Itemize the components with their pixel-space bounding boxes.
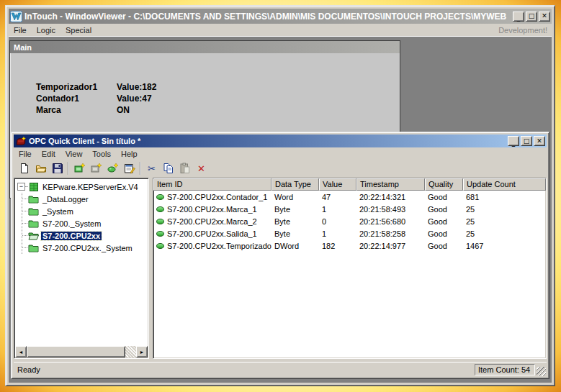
opc-menu-tools[interactable]: Tools	[87, 149, 116, 159]
copy-button[interactable]	[160, 160, 176, 176]
intouch-maximize-button[interactable]: □	[526, 12, 537, 22]
cut-icon: ✂	[148, 164, 156, 173]
tag-row: Contador1 Value:47	[36, 93, 400, 104]
tag-value-temporizador1: Value:182	[117, 82, 156, 92]
column-header-item-id[interactable]: Item ID	[153, 178, 271, 191]
intouch-titlebar[interactable]: InTouch - WindowViewer - C:\DOCUMENTS AN…	[9, 9, 552, 24]
tag-value-contador1: Value:47	[117, 94, 152, 104]
tag-row: Marca ON	[36, 104, 400, 116]
folder-icon	[28, 207, 39, 216]
table-row[interactable]: S7-200.CPU2xx.Temporizador_1 DWord 182 2…	[153, 240, 546, 252]
scrollbar-thumb[interactable]	[27, 346, 125, 357]
table-row[interactable]: S7-200.CPU2xx.Marca_2 Byte 0 20:21:56:68…	[153, 215, 546, 227]
save-button[interactable]	[49, 160, 66, 176]
tree-item-system[interactable]: _System	[22, 205, 148, 217]
scrollbar-track[interactable]	[125, 346, 136, 357]
tag-icon	[156, 206, 164, 212]
resize-grip[interactable]	[537, 367, 546, 376]
folder-icon	[28, 219, 39, 228]
opc-quick-client-window: OPC Quick Client - Sin título * _ □ ✕ Fi…	[11, 132, 549, 379]
tag-value-marca: ON	[117, 105, 130, 115]
tree-item-s7-200-system[interactable]: S7-200._System	[22, 217, 148, 229]
new-server-icon	[74, 163, 86, 174]
main-window-titlebar[interactable]: Main	[10, 41, 400, 53]
intouch-menu-logic[interactable]: Logic	[32, 25, 60, 35]
paste-icon	[179, 163, 191, 174]
opc-toolbar: ✂ ✕	[14, 160, 547, 177]
intouch-menubar: File Logic Special Development!	[9, 24, 552, 36]
intouch-minimize-button[interactable]: _	[513, 12, 524, 22]
status-message: Ready	[14, 365, 475, 374]
tree-collapse-toggle[interactable]: −	[17, 183, 25, 191]
opc-maximize-button[interactable]: □	[521, 136, 532, 146]
opc-minimize-button[interactable]: _	[508, 136, 519, 146]
delete-icon: ✕	[197, 164, 205, 173]
scroll-right-button[interactable]: ►	[136, 346, 148, 357]
tag-icon	[156, 219, 164, 224]
opc-statusbar: Ready Item Count: 54	[14, 362, 547, 376]
new-group-icon	[91, 163, 102, 174]
opc-window-title: OPC Quick Client - Sin título *	[29, 137, 505, 145]
open-button[interactable]	[32, 160, 49, 176]
opc-menu-file[interactable]: File	[14, 149, 37, 159]
table-row[interactable]: S7-200.CPU2xx.Contador_1 Word 47 20:22:1…	[153, 191, 546, 203]
tree-item-s7-200-cpu2xx[interactable]: S7-200.CPU2xx	[22, 229, 148, 242]
list-header: Item ID Data Type Value Timestamp Qualit…	[153, 178, 546, 191]
server-icon	[29, 182, 39, 192]
table-row[interactable]: S7-200.CPU2xx.Marca_1 Byte 1 20:21:58:49…	[153, 203, 546, 215]
tree-root-item[interactable]: − KEPware.KEPServerEx.V4	[16, 181, 148, 193]
item-list-panel: Item ID Data Type Value Timestamp Qualit…	[153, 178, 547, 359]
intouch-close-button[interactable]: ✕	[539, 12, 550, 22]
main-window-title: Main	[14, 43, 32, 52]
tag-name-temporizador1: Temporizador1	[36, 82, 117, 92]
opc-menubar: File Edit View Tools Help	[14, 147, 547, 160]
intouch-app-icon	[10, 11, 22, 22]
new-server-connection-button[interactable]	[71, 160, 88, 176]
opc-app-icon	[15, 136, 27, 146]
development-mode-label: Development!	[498, 26, 547, 35]
new-group-button[interactable]	[88, 160, 104, 176]
properties-icon	[124, 163, 135, 174]
column-header-quality[interactable]: Quality	[425, 178, 463, 191]
opc-menu-edit[interactable]: Edit	[37, 149, 60, 159]
column-header-timestamp[interactable]: Timestamp	[356, 178, 425, 191]
open-folder-icon	[35, 163, 47, 174]
server-tree-panel: − KEPware.KEPServerEx.V4	[14, 178, 149, 359]
intouch-window-title: InTouch - WindowViewer - C:\DOCUMENTS AN…	[24, 12, 510, 22]
scroll-left-button[interactable]: ◄	[15, 346, 27, 357]
tag-name-marca: Marca	[36, 105, 117, 115]
opc-menu-help[interactable]: Help	[116, 149, 143, 159]
new-button[interactable]	[16, 160, 32, 176]
tag-icon	[156, 194, 164, 200]
column-header-data-type[interactable]: Data Type	[271, 178, 319, 191]
tag-icon	[156, 243, 164, 249]
toolbar-separator	[68, 162, 69, 175]
tree-horizontal-scrollbar[interactable]: ◄ ►	[15, 346, 148, 357]
copy-icon	[163, 163, 174, 174]
tree-children: _DataLogger _System	[22, 193, 148, 254]
opc-titlebar[interactable]: OPC Quick Client - Sin título * _ □ ✕	[14, 135, 547, 147]
toolbar-separator	[140, 162, 141, 175]
folder-icon	[28, 195, 39, 204]
tree-item-datalogger[interactable]: _DataLogger	[22, 193, 148, 205]
table-row[interactable]: S7-200.CPU2xx.Salida_1 Byte 1 20:21:58:2…	[153, 227, 546, 240]
tree-item-s7-200-cpu2xx-system[interactable]: S7-200.CPU2xx._System	[22, 242, 148, 254]
main-window-content: Temporizador1 Value:182 Contador1 Value:…	[10, 53, 400, 116]
column-header-update-count[interactable]: Update Count	[463, 178, 546, 191]
cut-button[interactable]: ✂	[143, 160, 160, 176]
opc-close-button[interactable]: ✕	[534, 136, 545, 146]
tag-name-contador1: Contador1	[36, 94, 117, 104]
tag-icon	[156, 231, 164, 237]
item-count-badge: Item Count: 54	[475, 364, 535, 375]
intouch-menu-file[interactable]: File	[9, 25, 32, 35]
delete-button[interactable]: ✕	[193, 160, 210, 176]
new-item-button[interactable]	[104, 160, 121, 176]
intouch-menu-special[interactable]: Special	[60, 25, 97, 35]
paste-button[interactable]	[176, 160, 193, 176]
new-document-icon	[19, 163, 30, 174]
tree-root-label[interactable]: KEPware.KEPServerEx.V4	[41, 183, 140, 191]
opc-menu-view[interactable]: View	[60, 149, 88, 159]
tag-row: Temporizador1 Value:182	[36, 81, 400, 93]
column-header-value[interactable]: Value	[319, 178, 356, 191]
properties-button[interactable]	[121, 160, 138, 176]
